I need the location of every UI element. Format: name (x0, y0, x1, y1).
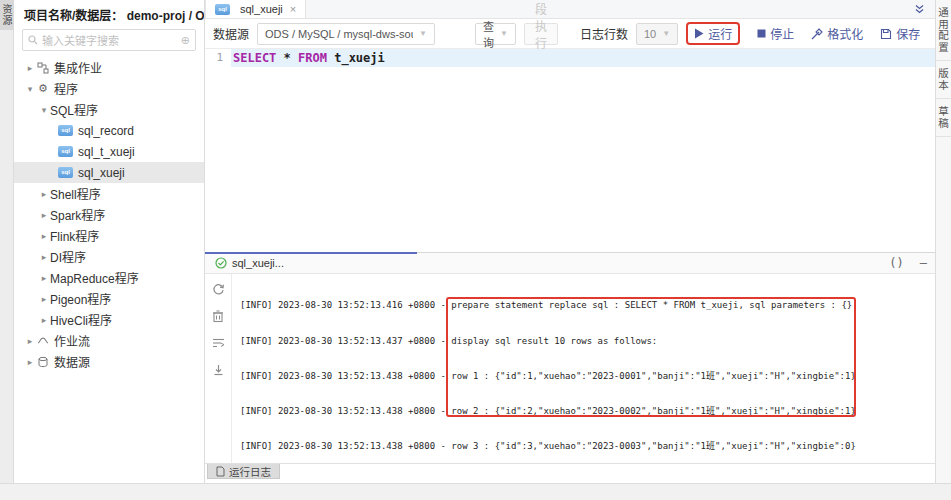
active-log-tab-indicator (205, 252, 417, 254)
caret-right-icon[interactable]: ▸ (38, 189, 50, 199)
format-button-label: 格式化 (827, 25, 863, 42)
tree-item-label: Pigeon程序 (50, 290, 111, 307)
sidebar-item-integration-jobs[interactable]: ▸ 集成作业 (14, 57, 204, 78)
tree-item-label: DI程序 (50, 248, 86, 265)
caret-right-icon[interactable]: ▸ (38, 231, 50, 241)
editor-toolbar: 数据源 ODS / MySQL / mysql-dws-source ▼ 查询 … (205, 19, 935, 49)
log-tab-sql-xueji[interactable]: sql_xueji... (205, 253, 294, 273)
query-mode-select[interactable]: 查询 ▼ (475, 23, 516, 45)
log-line: [INFO] 2023-08-30 13:52:13.416 +0800 - p… (240, 300, 935, 312)
sql-file-icon: sql (58, 146, 73, 157)
sql-editor[interactable]: 1 SELECT * FROM t_xueji (205, 49, 935, 252)
format-button[interactable]: 格式化 (811, 25, 863, 42)
sidebar: 项目名称/数据层： demo-proj / ODS 输入关键字搜索 ⊕ ▸ 集成… (14, 0, 205, 483)
tree-item-label: SQL程序 (50, 101, 98, 118)
code-view-icon[interactable]: () (881, 256, 911, 270)
sidebar-item-sql-xueji[interactable]: sql sql_xueji (14, 162, 204, 183)
sql-keyword: FROM (298, 51, 327, 65)
save-button[interactable]: 保存 (880, 25, 920, 42)
collapse-all-icon[interactable]: ⊕ (181, 35, 190, 46)
refresh-icon[interactable] (212, 282, 225, 296)
tree-item-label: 数据源 (54, 353, 90, 370)
sql-file-icon: sql (58, 125, 73, 136)
sidebar-item-sql-programs[interactable]: ▾ SQL程序 (14, 99, 204, 120)
log-line: [INFO] 2023-08-30 13:52:13.438 +0800 - r… (240, 441, 935, 453)
stop-button[interactable]: 停止 (757, 25, 794, 42)
caret-down-icon[interactable]: ▾ (24, 84, 36, 94)
sidebar-item-flink-programs[interactable]: ▸ Flink程序 (14, 225, 204, 246)
caret-right-icon[interactable]: ▸ (24, 336, 36, 346)
search-box[interactable]: 输入关键字搜索 ⊕ (22, 29, 196, 51)
datasource-label: 数据源 (213, 25, 249, 42)
download-log-icon[interactable] (213, 363, 224, 377)
log-lines-select[interactable]: 10 ▼ (636, 23, 678, 45)
log-panel-header: sql_xueji... () — (205, 252, 935, 274)
rail-tab-resources[interactable]: 资源 (0, 0, 14, 30)
run-button[interactable]: 运行 (686, 22, 740, 45)
tab-sql-xueji[interactable]: sql sql_xueji × (205, 0, 306, 18)
success-check-icon (215, 257, 227, 269)
wrap-lines-icon[interactable] (212, 336, 225, 350)
gear-icon: ⚙ (36, 83, 50, 94)
caret-right-icon[interactable]: ▸ (38, 294, 50, 304)
sidebar-item-sql-t-xueji[interactable]: sql sql_t_xueji (14, 141, 204, 162)
status-bar (0, 483, 951, 500)
caret-right-icon[interactable]: ▸ (24, 357, 36, 367)
log-lines-label: 日志行数 (580, 25, 628, 42)
sidebar-item-workflows[interactable]: ▸ 作业流 (14, 330, 204, 351)
caret-right-icon[interactable]: ▸ (38, 315, 50, 325)
sidebar-item-pigeon-programs[interactable]: ▸ Pigeon程序 (14, 288, 204, 309)
rail-tab-general-config[interactable]: 通用配置 (936, 0, 951, 61)
datasource-select[interactable]: ODS / MySQL / mysql-dws-source ▼ (257, 23, 435, 45)
tree-item-label: sql_xueji (78, 166, 125, 180)
app-window: 资源 项目名称/数据层： demo-proj / ODS 输入关键字搜索 ⊕ ▸… (0, 0, 951, 500)
sidebar-item-datasources[interactable]: ▸ 数据源 (14, 351, 204, 372)
sidebar-item-sql-record[interactable]: sql sql_record (14, 120, 204, 141)
sidebar-item-shell-programs[interactable]: ▸ Shell程序 (14, 183, 204, 204)
run-log-tab[interactable]: 运行日志 (207, 464, 280, 479)
sql-table-name: t_xueji (327, 51, 385, 65)
collapse-panel-button[interactable] (904, 0, 935, 18)
editor-line-1[interactable]: 1 SELECT * FROM t_xueji (205, 49, 935, 67)
query-mode-value: 查询 (483, 18, 494, 50)
log-panel: sql_xueji... () — [INFO] 2023-08-30 13:5… (205, 252, 935, 483)
project-title-label: 项目名称/数据层： (24, 9, 123, 23)
chevron-down-icon: ▼ (500, 29, 508, 38)
close-icon[interactable]: × (290, 3, 296, 15)
caret-right-icon[interactable]: ▸ (38, 273, 50, 283)
rail-tab-version[interactable]: 版本 (936, 61, 951, 99)
datasource-value: ODS / MySQL / mysql-dws-source (265, 28, 413, 40)
format-icon (811, 28, 823, 40)
clear-log-icon[interactable] (212, 309, 224, 323)
run-button-label: 运行 (708, 25, 732, 42)
workflow-icon (36, 335, 50, 347)
editor-tabbar: sql sql_xueji × (205, 0, 935, 19)
log-output[interactable]: [INFO] 2023-08-30 13:52:13.416 +0800 - p… (232, 274, 935, 463)
caret-right-icon[interactable]: ▸ (24, 63, 36, 73)
rail-tab-draft[interactable]: 草稿 (936, 99, 951, 137)
search-input[interactable]: 输入关键字搜索 (42, 32, 181, 48)
code-line[interactable]: SELECT * FROM t_xueji (231, 49, 935, 67)
sidebar-item-hivecli-programs[interactable]: ▸ HiveCli程序 (14, 309, 204, 330)
segment-exec-button: 分段执行符号 (524, 23, 558, 45)
log-body: [INFO] 2023-08-30 13:52:13.416 +0800 - p… (205, 274, 935, 464)
tree-item-label: Shell程序 (50, 185, 101, 202)
stop-button-label: 停止 (770, 25, 794, 42)
project-title: 项目名称/数据层： demo-proj / ODS (14, 0, 204, 27)
minimize-icon[interactable]: — (912, 256, 935, 270)
sidebar-item-programs[interactable]: ▾ ⚙ 程序 (14, 78, 204, 99)
play-icon (694, 28, 704, 39)
sidebar-item-di-programs[interactable]: ▸ DI程序 (14, 246, 204, 267)
log-gutter (205, 274, 232, 463)
sidebar-item-spark-programs[interactable]: ▸ Spark程序 (14, 204, 204, 225)
document-icon (216, 466, 225, 477)
caret-down-icon[interactable]: ▾ (38, 105, 50, 115)
log-footer: 运行日志 (205, 464, 935, 482)
log-line: [INFO] 2023-08-30 13:52:13.438 +0800 - r… (240, 371, 935, 383)
sidebar-item-mapreduce-programs[interactable]: ▸ MapReduce程序 (14, 267, 204, 288)
caret-right-icon[interactable]: ▸ (38, 252, 50, 262)
caret-right-icon[interactable]: ▸ (38, 210, 50, 220)
run-log-tab-label: 运行日志 (229, 464, 271, 479)
tree-item-label: Spark程序 (50, 206, 105, 223)
log-line: [INFO] 2023-08-30 13:52:13.437 +0800 - d… (240, 336, 935, 348)
